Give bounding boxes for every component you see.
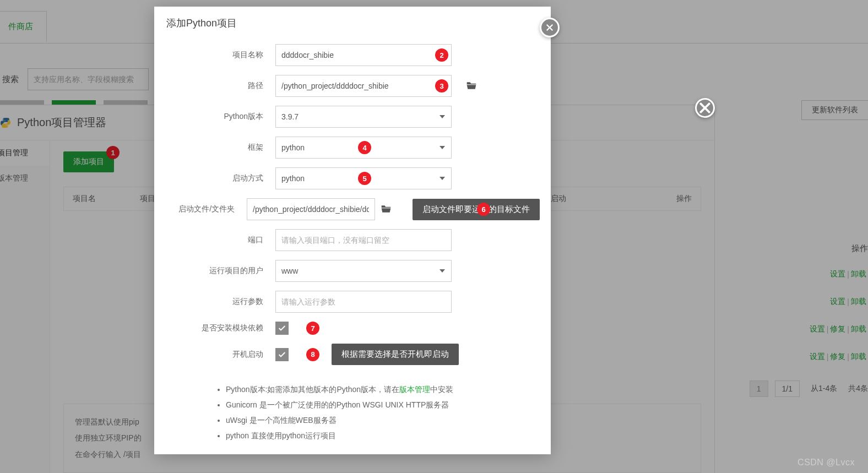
annotation-badge-3: 3 [435, 79, 448, 93]
watermark: CSDN @Lvcx [798, 458, 855, 467]
label-path: 路径 [165, 81, 275, 91]
row-start-mode: 启动方式 python 5 [165, 167, 540, 189]
tooltip-start-file: 启动文件即要运行的目标文件 [413, 199, 540, 220]
row-autostart: 开机启动 8 根据需要选择是否开机即启动 [165, 344, 540, 365]
note-line: Python版本:如需添加其他版本的Python版本，请在版本管理中安装 [226, 382, 523, 397]
close-manager-button[interactable] [695, 98, 715, 118]
input-project-name[interactable] [275, 44, 452, 66]
close-dialog-button[interactable] [540, 18, 560, 37]
folder-browse-icon[interactable] [381, 204, 392, 215]
label-start-mode: 启动方式 [165, 173, 275, 183]
row-args: 运行参数 [165, 291, 540, 313]
annotation-badge-5: 5 [358, 172, 371, 185]
annotation-badge-7: 7 [306, 322, 319, 335]
row-user: 运行项目的用户 www [165, 260, 540, 282]
label-install-deps: 是否安装模块依赖 [165, 323, 275, 333]
close-icon [697, 100, 713, 116]
label-port: 端口 [165, 235, 275, 245]
input-port[interactable] [275, 229, 452, 251]
row-path: 路径 3 [165, 75, 540, 97]
link-version-mgmt[interactable]: 版本管理 [399, 385, 430, 394]
note-line: Gunicorn 是一个被广泛使用的的Python WSGI UNIX HTTP… [226, 397, 523, 412]
check-icon [278, 324, 286, 333]
note-line: uWsgi 是一个高性能WEB服务器 [226, 412, 523, 428]
annotation-badge-8: 8 [306, 348, 319, 361]
form-notes: Python版本:如需添加其他版本的Python版本，请在版本管理中安装 Gun… [215, 382, 523, 443]
row-framework: 框架 python 4 [165, 137, 540, 159]
annotation-badge-2: 2 [435, 48, 448, 62]
dialog-title: 添加Python项目 [154, 7, 551, 40]
folder-browse-icon[interactable] [466, 80, 477, 92]
row-project-name: 项目名称 2 [165, 44, 540, 66]
add-python-project-dialog: 添加Python项目 项目名称 2 路径 3 Python版本 3.9.7 框架… [154, 7, 551, 454]
label-autostart: 开机启动 [165, 350, 275, 360]
tooltip-autostart: 根据需要选择是否开机即启动 [332, 344, 459, 365]
annotation-badge-6: 6 [477, 203, 490, 216]
row-python-version: Python版本 3.9.7 [165, 106, 540, 128]
label-project-name: 项目名称 [165, 50, 275, 60]
note-line: python 直接使用python运行项目 [226, 428, 523, 443]
input-start-file[interactable] [247, 198, 375, 220]
label-args: 运行参数 [165, 297, 275, 307]
select-user[interactable]: www [275, 260, 452, 282]
label-start-file: 启动文件/文件夹 [165, 204, 247, 214]
row-install-deps: 是否安装模块依赖 7 [165, 322, 540, 335]
row-port: 端口 [165, 229, 540, 251]
checkbox-install-deps[interactable] [275, 322, 289, 335]
label-python-version: Python版本 [165, 112, 275, 122]
add-project-form: 项目名称 2 路径 3 Python版本 3.9.7 框架 python 4 启… [154, 44, 551, 454]
label-framework: 框架 [165, 143, 275, 153]
select-python-version[interactable]: 3.9.7 [275, 106, 452, 128]
input-path[interactable] [275, 75, 452, 97]
row-start-file: 启动文件/文件夹 6 启动文件即要运行的目标文件 [165, 198, 540, 220]
check-icon [278, 350, 286, 359]
label-user: 运行项目的用户 [165, 266, 275, 276]
checkbox-autostart[interactable] [275, 348, 289, 361]
annotation-badge-4: 4 [358, 141, 371, 154]
close-icon [545, 23, 555, 32]
input-args[interactable] [275, 291, 452, 313]
